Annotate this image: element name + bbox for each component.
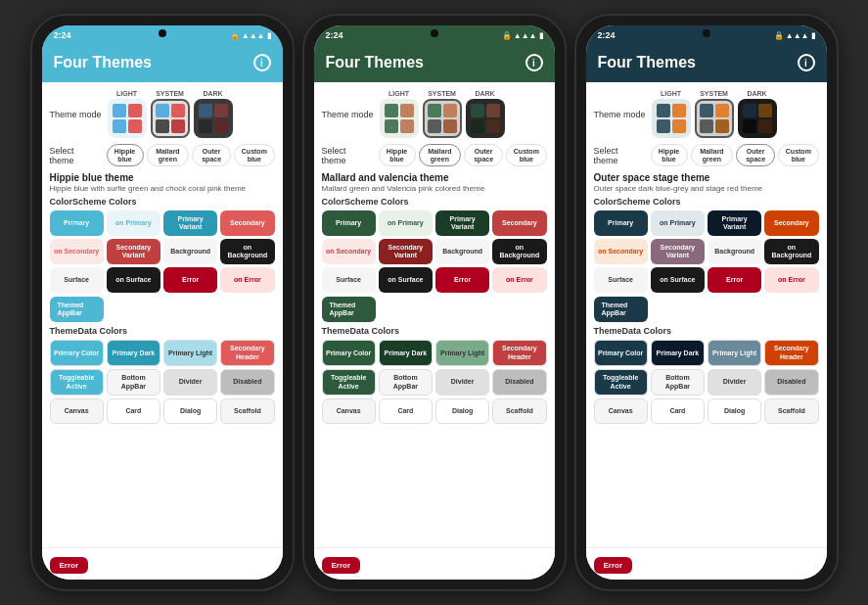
- select-theme-badge-0[interactable]: Hippie blue: [107, 144, 144, 166]
- theme-grid[interactable]: [466, 99, 505, 138]
- error-chip: Error: [50, 557, 89, 574]
- theme-mode-option-0[interactable]: LIGHT: [652, 90, 691, 138]
- theme-mode-option-0[interactable]: LIGHT: [380, 90, 419, 138]
- colorscheme-chip-4: on Secondary: [50, 239, 104, 264]
- select-theme-options: Hippie blueMallard greenOuter spaceCusto…: [651, 144, 819, 166]
- phone-3: 2:24 🔒 ▲▲▲ ▮ Four Themes i Theme modeLIG…: [574, 14, 839, 591]
- themedata-chip-1: Primary Dark: [379, 340, 433, 366]
- select-theme-badge-0[interactable]: Hippie blue: [651, 144, 688, 166]
- theme-cell-1: [214, 104, 228, 117]
- content-area: Theme modeLIGHTSYSTEMDARKSelect themeHip…: [42, 82, 283, 547]
- colorscheme-chip-5: Secondary Variant: [107, 239, 160, 264]
- theme-mode-option-1[interactable]: SYSTEM: [695, 90, 734, 138]
- colorscheme-chip-3: Secondary: [220, 210, 274, 236]
- themedata-chip-9: Card: [651, 398, 705, 424]
- colorscheme-chip-8: Surface: [594, 267, 648, 293]
- theme-cell-2: [657, 119, 670, 133]
- theme-cell-0: [113, 104, 126, 117]
- colorscheme-chip-6: Background: [708, 239, 761, 264]
- time-display: 2:24: [54, 30, 71, 40]
- theme-mode-option-label: DARK: [203, 90, 222, 97]
- select-theme-row: Select themeHippie blueMallard greenOute…: [594, 144, 819, 166]
- info-button[interactable]: i: [253, 54, 271, 71]
- theme-mode-row: Theme modeLIGHTSYSTEMDARK: [322, 90, 547, 138]
- themedata-chip-1: Primary Dark: [651, 340, 705, 366]
- theme-grid[interactable]: [194, 99, 233, 138]
- colorscheme-grid: Primaryon PrimaryPrimary VariantSecondar…: [594, 210, 819, 293]
- select-theme-badge-2[interactable]: Outer space: [736, 144, 775, 166]
- theme-cell-2: [471, 119, 484, 133]
- select-theme-badge-1[interactable]: Mallard green: [147, 144, 190, 166]
- theme-mode-options: LIGHTSYSTEMDARK: [652, 90, 777, 138]
- theme-grid[interactable]: [423, 99, 462, 138]
- theme-mode-option-2[interactable]: DARK: [738, 90, 777, 138]
- colorscheme-chip-2: Primary Variant: [435, 210, 489, 236]
- colorscheme-chip-5: Secondary Variant: [379, 239, 433, 264]
- camera-notch: [159, 29, 166, 37]
- theme-grid[interactable]: [652, 99, 691, 138]
- themedata-chip-6: Divider: [163, 369, 217, 396]
- theme-cell-0: [199, 104, 212, 117]
- theme-cell-3: [443, 119, 457, 133]
- select-theme-badge-2[interactable]: Outer space: [464, 144, 503, 166]
- theme-mode-option-2[interactable]: DARK: [194, 90, 233, 138]
- themedata-chip-3: Secondary Header: [220, 340, 274, 366]
- theme-mode-option-1[interactable]: SYSTEM: [151, 90, 190, 138]
- themedata-chip-8: Canvas: [594, 398, 648, 424]
- theme-cell-2: [428, 119, 441, 133]
- themed-appbar-row: Themed AppBar: [594, 297, 819, 322]
- wifi-icon: ▲▲▲: [242, 31, 265, 40]
- themed-appbar-chip: Themed AppBar: [594, 297, 648, 322]
- colorscheme-chip-3: Secondary: [492, 210, 546, 236]
- error-chip: Error: [322, 557, 361, 574]
- theme-grid[interactable]: [380, 99, 419, 138]
- select-theme-badge-3[interactable]: Custom blue: [506, 144, 546, 166]
- select-theme-badge-1[interactable]: Mallard green: [691, 144, 734, 166]
- select-theme-badge-0[interactable]: Hippie blue: [379, 144, 416, 166]
- theme-mode-option-0[interactable]: LIGHT: [108, 90, 147, 138]
- select-theme-label: Select theme: [594, 146, 645, 165]
- colorscheme-chip-5: Secondary Variant: [651, 239, 705, 264]
- info-button[interactable]: i: [525, 54, 543, 71]
- theme-cell-0: [385, 104, 398, 117]
- themedata-chip-6: Divider: [435, 369, 489, 396]
- theme-grid[interactable]: [151, 99, 190, 138]
- theme-cell-3: [171, 119, 185, 133]
- colorscheme-chip-8: Surface: [322, 267, 376, 293]
- theme-mode-option-label: LIGHT: [116, 90, 137, 97]
- theme-grid[interactable]: [695, 99, 734, 138]
- themedata-chip-3: Secondary Header: [492, 340, 546, 366]
- colorscheme-title: ColorScheme Colors: [322, 197, 547, 207]
- themedata-chip-4: Toggleable Active: [322, 369, 376, 396]
- theme-mode-row: Theme modeLIGHTSYSTEMDARK: [50, 90, 275, 138]
- battery-icon: ▮: [267, 31, 271, 40]
- themedata-chip-8: Canvas: [50, 398, 104, 424]
- theme-desc-sub: Hippie blue with surfie green and chock …: [50, 184, 275, 193]
- select-theme-badge-3[interactable]: Custom blue: [778, 144, 818, 166]
- time-display: 2:24: [326, 30, 343, 40]
- info-button[interactable]: i: [798, 54, 815, 71]
- colorscheme-chip-9: on Surface: [107, 267, 160, 293]
- themedata-chip-2: Primary Light: [435, 340, 489, 366]
- theme-cell-3: [486, 119, 500, 133]
- theme-desc-sub: Outer space dark blue-grey and stage red…: [594, 184, 819, 193]
- themedata-chip-11: Scaffold: [220, 398, 274, 424]
- themedata-chip-5: Bottom AppBar: [107, 369, 160, 396]
- theme-mode-option-label: LIGHT: [388, 90, 409, 97]
- themedata-chip-0: Primary Color: [50, 340, 104, 366]
- theme-grid[interactable]: [738, 99, 777, 138]
- theme-mode-option-1[interactable]: SYSTEM: [423, 90, 462, 138]
- wifi-icon: ▲▲▲: [514, 31, 537, 40]
- select-theme-badge-2[interactable]: Outer space: [192, 144, 231, 166]
- themedata-chip-4: Toggleable Active: [50, 369, 104, 396]
- app-bar: Four Themes i: [42, 43, 283, 82]
- select-theme-badge-1[interactable]: Mallard green: [419, 144, 462, 166]
- colorscheme-chip-2: Primary Variant: [163, 210, 217, 236]
- theme-grid[interactable]: [108, 99, 147, 138]
- theme-mode-option-2[interactable]: DARK: [466, 90, 505, 138]
- themedata-chip-5: Bottom AppBar: [651, 369, 705, 396]
- app-bar: Four Themes i: [586, 43, 827, 82]
- select-theme-badge-3[interactable]: Custom blue: [234, 144, 274, 166]
- theme-cell-1: [443, 104, 457, 117]
- colorscheme-grid: Primaryon PrimaryPrimary VariantSecondar…: [322, 210, 547, 293]
